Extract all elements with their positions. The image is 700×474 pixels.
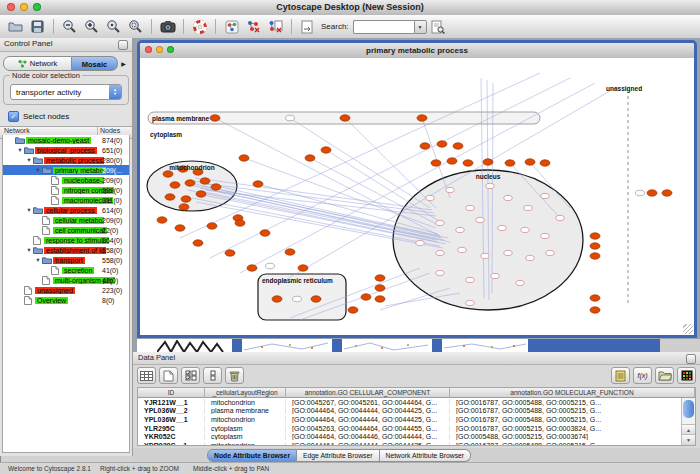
tree-item-label: transport (53, 257, 85, 264)
expander-icon[interactable]: ▼ (16, 147, 24, 153)
snapshot-button[interactable] (157, 17, 178, 36)
status-zoom-hint: Right-click + drag to ZOOM (100, 465, 179, 472)
import-attributes-button[interactable] (655, 367, 674, 384)
expander-icon[interactable]: ▼ (25, 157, 33, 163)
zoom-selected-button[interactable] (103, 17, 124, 36)
vizmapper-button[interactable] (221, 17, 242, 36)
network-graph[interactable]: plasma membranecytoplasmmitochondrionnuc… (140, 58, 694, 335)
close-button[interactable] (7, 3, 15, 11)
float-panel-icon[interactable] (686, 354, 696, 364)
background-window-fragment[interactable] (442, 339, 528, 352)
background-window-fragment[interactable] (342, 339, 430, 352)
tree-item[interactable]: ▼cellular process614(0) (3, 205, 129, 215)
maximize-button[interactable] (167, 46, 174, 53)
zoom-fit-button[interactable] (125, 17, 146, 36)
tree-item-label: cell communicat (53, 227, 107, 234)
maximize-button[interactable] (33, 3, 41, 11)
zoom-out-button[interactable] (59, 17, 80, 36)
minimize-button[interactable] (156, 46, 163, 53)
tree-item[interactable]: nitrogen compo209(0) (3, 185, 129, 195)
network-canvas[interactable]: plasma membranecytoplasmmitochondrionnuc… (140, 58, 694, 335)
tree-item[interactable]: ▼primary metabo209(... (3, 165, 129, 175)
table-row[interactable]: YJR121W__1mitochondrion[GO:0045267, GO:0… (138, 398, 695, 407)
table-row[interactable]: YPL036W__2plasma membrane[GO:0044464, GO… (138, 407, 695, 416)
tree-item[interactable]: Overview8(0) (3, 295, 129, 305)
svg-text:mitochondrion: mitochondrion (169, 164, 215, 171)
table-row[interactable]: YLR295Ccytoplasm[GO:0045263, GO:0044464,… (138, 424, 695, 433)
select-nodes-checkbox[interactable]: ✓ (8, 111, 19, 122)
tree-item[interactable]: ▼metabolic process280(0) (3, 155, 129, 165)
table-row[interactable]: YDR039C__1mitochondrion[GO:0044464, GO:0… (138, 441, 695, 446)
folder-icon (33, 206, 44, 214)
file-icon (51, 196, 62, 205)
save-session-button[interactable] (27, 17, 48, 36)
column-header[interactable]: annotation.GO CELLULAR_COMPONENT (286, 388, 450, 398)
column-header[interactable]: ID (138, 388, 205, 398)
background-window-fragment (660, 339, 700, 352)
tree-item[interactable]: ▼transport558(0) (3, 255, 129, 265)
float-panel-icon[interactable] (118, 40, 128, 50)
background-window-frame[interactable] (332, 339, 342, 352)
expander-icon[interactable]: ▼ (34, 257, 42, 263)
expander-icon[interactable]: ▼ (25, 207, 33, 213)
resize-grip[interactable] (683, 324, 693, 334)
tree-item[interactable]: cellular metabo209(0) (3, 215, 129, 225)
tree-item[interactable]: nucleobase-209(0) (3, 175, 129, 185)
scrollbar-thumb[interactable] (683, 400, 694, 418)
create-attribute-button[interactable] (159, 367, 178, 384)
table-scrollbar[interactable]: ▲ ▼ (681, 398, 695, 445)
search-config-button[interactable] (297, 17, 318, 36)
tree-item[interactable]: macromolecule311(0) (3, 195, 129, 205)
tab-edge-attribute-browser[interactable]: Edge Attribute Browser (297, 449, 380, 462)
tab-network[interactable]: Network (3, 56, 72, 71)
minimize-button[interactable] (20, 3, 28, 11)
unselect-attributes-button[interactable] (203, 367, 222, 384)
tree-item[interactable]: ▼establishment of lo558(0) (3, 245, 129, 255)
background-window-frame[interactable] (432, 339, 442, 352)
tree-item[interactable]: cell communicat22(0) (3, 225, 129, 235)
expander-icon[interactable]: ▼ (34, 167, 42, 173)
search-input[interactable] (353, 20, 414, 34)
delete-attribute-button[interactable] (225, 367, 244, 384)
tab-node-attribute-browser[interactable]: Node Attribute Browser (207, 449, 297, 462)
tree-item[interactable]: ▼biological_process651(0) (3, 145, 129, 155)
tree-item[interactable]: multi-organism pro42(0) (3, 275, 129, 285)
tree-item[interactable]: mosaic-demo-yeast874(0) (3, 135, 129, 145)
tree-item-label: biological_process (35, 147, 97, 154)
background-window-fragment[interactable] (157, 339, 227, 352)
heatmap-button[interactable] (677, 367, 696, 384)
table-row[interactable]: YPL036W__1mitochondrion[GO:0044464, GO:0… (138, 415, 695, 424)
tab-overflow-button[interactable]: ▶ (118, 60, 129, 67)
expander-icon[interactable]: ▼ (25, 247, 33, 253)
table-row[interactable]: YKR052Ccytoplasm[GO:0044464, GO:0044446,… (138, 432, 695, 441)
network-view-titlebar[interactable]: primary metabolic process (140, 43, 694, 59)
column-header[interactable]: annotation.GO MOLECULAR_FUNCTION (450, 388, 695, 398)
zoom-in-button[interactable] (81, 17, 102, 36)
tab-network-attribute-browser[interactable]: Network Attribute Browser (380, 449, 472, 462)
column-header[interactable]: _cellularLayoutRegion (205, 388, 286, 398)
background-window-frame[interactable] (232, 339, 242, 352)
close-button[interactable] (145, 46, 152, 53)
search-dropdown-button[interactable]: ▼ (414, 20, 427, 34)
attribute-batch-button[interactable] (137, 367, 156, 384)
annotation-button[interactable] (611, 367, 630, 384)
tree-item[interactable]: response to stimulu264(0) (3, 235, 129, 245)
node-color-combo[interactable]: transporter activity ▲▼ (10, 84, 122, 100)
select-attributes-button[interactable] (181, 367, 200, 384)
background-window-fragment[interactable] (242, 339, 330, 352)
tab-mosaic[interactable]: Mosaic (72, 56, 118, 71)
help-button[interactable] (189, 17, 210, 36)
table-cell: [GO:0016787, GO:0005488, GO:0005215, G..… (450, 399, 695, 406)
tree-item-label: cellular process (44, 207, 97, 214)
search-index-button[interactable] (428, 17, 449, 36)
open-session-button[interactable] (5, 17, 26, 36)
destroy-network-button[interactable] (243, 17, 264, 36)
formula-builder-button[interactable]: f(x) (633, 367, 652, 384)
scroll-down-button[interactable]: ▼ (682, 434, 695, 445)
tree-item[interactable]: secretion41(0) (3, 265, 129, 275)
destroy-view-button[interactable] (265, 17, 286, 36)
tree-item-count: 311(0) (102, 197, 122, 204)
background-window-frame[interactable] (528, 339, 660, 352)
file-icon (42, 216, 53, 225)
tree-item[interactable]: unassigned223(0) (3, 285, 129, 295)
